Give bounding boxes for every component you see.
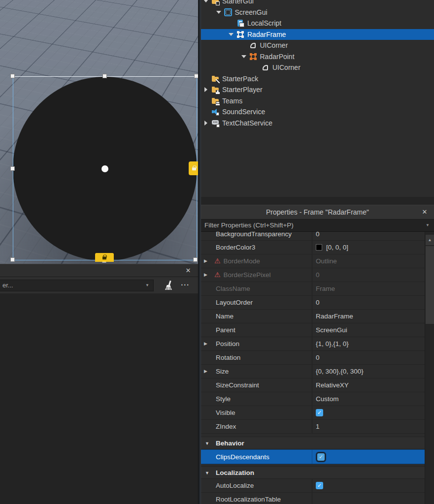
- property-row-sizeconstraint[interactable]: SizeConstraint RelativeXY: [201, 378, 425, 392]
- explorer-item-localscript[interactable]: LocalScript: [201, 18, 434, 29]
- warning-icon: ⚠: [214, 271, 221, 279]
- property-name: Visible: [216, 409, 235, 416]
- scroll-up-button[interactable]: ▲: [426, 235, 434, 245]
- close-icon[interactable]: ✕: [420, 208, 429, 217]
- output-filter-text: er...: [2, 282, 13, 289]
- property-value[interactable]: 1: [316, 420, 320, 433]
- checkbox-checked[interactable]: ✓: [316, 409, 323, 416]
- lock-icon: [102, 256, 106, 259]
- explorer-item-label: UICorner: [260, 41, 288, 49]
- close-icon[interactable]: ✕: [184, 266, 193, 275]
- property-row-name[interactable]: Name RadarFrame: [201, 310, 425, 323]
- explorer-item-label: ScreenGui: [235, 8, 267, 16]
- explorer-item-uicorner-2[interactable]: UICorner: [201, 62, 434, 73]
- section-header-localization[interactable]: ▼ Localization: [201, 466, 425, 479]
- frame-icon-orange: [249, 53, 257, 61]
- explorer-item-uicorner-1[interactable]: UICorner: [201, 40, 434, 51]
- explorer-item-radarpoint[interactable]: RadarPoint: [201, 51, 434, 63]
- expand-arrow-icon[interactable]: ▶: [204, 337, 207, 350]
- explorer-item-starterplayer[interactable]: StarterPlayer: [201, 84, 434, 95]
- folder-gui-icon: [211, 0, 219, 5]
- property-value[interactable]: {1, 0},{1, 0}: [316, 337, 349, 350]
- expand-arrow-icon[interactable]: [203, 120, 210, 126]
- lock-icon: [192, 167, 196, 170]
- explorer-item-starterpack[interactable]: StarterPack: [201, 73, 434, 85]
- property-row-bordersizepixel[interactable]: ▶⚠BorderSizePixel 0: [201, 268, 425, 282]
- property-name: Style: [216, 395, 231, 403]
- lock-badge-bottom[interactable]: [95, 253, 114, 262]
- radar-point-dot[interactable]: [101, 165, 108, 172]
- property-row-position[interactable]: ▶Position {1, 0},{1, 0}: [201, 337, 425, 351]
- explorer-item-label: LocalScript: [247, 19, 281, 27]
- property-row-layoutorder[interactable]: LayoutOrder 0: [201, 296, 425, 310]
- property-value[interactable]: [0, 0, 0]: [326, 241, 348, 254]
- expand-arrow-icon[interactable]: ▶: [204, 254, 207, 268]
- property-row-backgroundtransparency[interactable]: BackgroundTransparency 0: [201, 232, 425, 241]
- output-filter-combobox[interactable]: er... ▼: [0, 280, 154, 291]
- property-row-bordercolor3[interactable]: BorderColor3 [0, 0, 0]: [201, 241, 425, 254]
- explorer-item-radarframe[interactable]: RadarFrame: [201, 29, 434, 40]
- resize-handle-middle-left[interactable]: [10, 166, 15, 171]
- property-value[interactable]: Outline: [316, 254, 337, 268]
- people-badge-icon: [216, 101, 220, 105]
- collapse-arrow-icon[interactable]: [241, 54, 248, 60]
- collapse-arrow-icon[interactable]: [203, 0, 210, 4]
- property-row-style[interactable]: Style Custom: [201, 392, 425, 406]
- collapse-arrow-icon[interactable]: [216, 9, 223, 15]
- explorer-item-soundservice[interactable]: SoundService: [201, 106, 434, 118]
- property-value[interactable]: {0, 300},{0, 300}: [316, 365, 364, 378]
- output-content[interactable]: [0, 294, 198, 504]
- expand-arrow-icon[interactable]: [203, 87, 210, 93]
- more-options-button[interactable]: ⋯: [178, 279, 191, 291]
- resize-handle-bottom-left[interactable]: [10, 257, 15, 262]
- property-row-rootlocalizationtable[interactable]: RootLocalizationTable: [201, 493, 425, 504]
- resize-handle-top-left[interactable]: [10, 74, 15, 78]
- hammer-badge-icon: [216, 79, 220, 83]
- property-row-rotation[interactable]: Rotation 0: [201, 351, 425, 365]
- property-row-clipsdescendants[interactable]: ClipsDescendants ✓: [201, 449, 425, 464]
- color-swatch[interactable]: [316, 244, 322, 251]
- property-value[interactable]: 0: [316, 268, 320, 282]
- property-name: BorderColor3: [216, 244, 255, 251]
- checkbox-checked[interactable]: ✓: [316, 482, 323, 489]
- property-name: Position: [216, 340, 239, 347]
- folder-pack-icon: [211, 75, 219, 83]
- property-value[interactable]: RadarFrame: [316, 310, 353, 323]
- property-row-bordermode[interactable]: ▶⚠BorderMode Outline: [201, 254, 425, 268]
- property-value[interactable]: Custom: [316, 392, 339, 406]
- scrollbar-thumb[interactable]: [426, 246, 434, 324]
- collapse-arrow-icon[interactable]: ▼: [205, 437, 209, 450]
- explorer-item-textchatservice[interactable]: TextChatService: [201, 118, 434, 129]
- section-header-behavior[interactable]: ▼ Behavior: [201, 437, 425, 449]
- property-row-visible[interactable]: Visible ✓: [201, 406, 425, 420]
- resize-handle-top-right[interactable]: [194, 74, 198, 78]
- collapse-arrow-icon[interactable]: [228, 32, 235, 37]
- explorer-item-startergui[interactable]: StarterGui: [201, 0, 434, 7]
- property-value[interactable]: 0: [316, 232, 320, 240]
- properties-filter-input[interactable]: Filter Properties (Ctrl+Shift+P) ▼: [201, 220, 434, 232]
- expand-arrow-icon[interactable]: ▶: [204, 268, 207, 282]
- collapse-arrow-icon[interactable]: ▼: [205, 467, 209, 479]
- property-row-zindex[interactable]: ZIndex 1: [201, 420, 425, 434]
- property-value[interactable]: 0: [316, 351, 320, 364]
- property-row-parent[interactable]: Parent ScreenGui: [201, 323, 425, 337]
- property-row-classname[interactable]: ClassName Frame: [201, 282, 425, 296]
- checkbox-checked[interactable]: ✓: [317, 453, 325, 461]
- explorer-item-screengui[interactable]: ScreenGui: [201, 7, 434, 18]
- chevron-down-icon[interactable]: ▼: [426, 220, 430, 231]
- 3d-viewport[interactable]: [0, 0, 198, 264]
- lock-badge-right[interactable]: [189, 161, 198, 175]
- chevron-down-icon[interactable]: ▼: [145, 280, 149, 291]
- expand-arrow-icon[interactable]: ▶: [204, 365, 207, 378]
- arrow-spacer: [203, 98, 210, 104]
- properties-scrollbar[interactable]: ▲: [425, 232, 434, 504]
- property-row-autolocalize[interactable]: AutoLocalize ✓: [201, 479, 425, 493]
- property-value[interactable]: 0: [316, 296, 320, 309]
- resize-handle-top-middle[interactable]: [102, 74, 107, 78]
- resize-handle-bottom-right[interactable]: [193, 257, 198, 262]
- property-row-size[interactable]: ▶Size {0, 300},{0, 300}: [201, 365, 425, 378]
- property-value[interactable]: ScreenGui: [316, 323, 347, 337]
- clear-output-button[interactable]: [163, 281, 174, 291]
- explorer-item-teams[interactable]: Teams: [201, 95, 434, 107]
- property-value[interactable]: RelativeXY: [316, 378, 349, 392]
